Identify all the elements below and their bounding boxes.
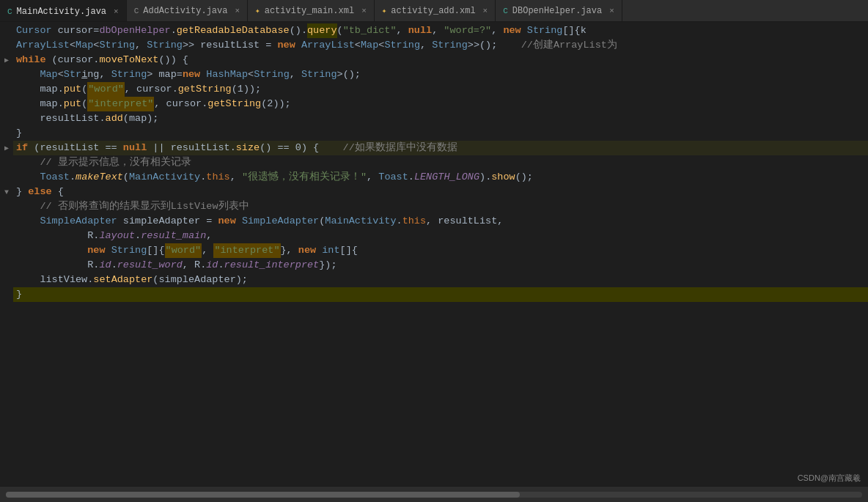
code-line-9: if (resultList == null || resultList.siz… bbox=[13, 141, 868, 155]
gutter-line-6 bbox=[0, 97, 13, 111]
code-content[interactable]: Cursor cursor=dbOpenHelper.getReadableDa… bbox=[13, 22, 868, 486]
gutter-line-13 bbox=[0, 199, 13, 214]
tab-close-activitymain[interactable]: × bbox=[361, 7, 367, 15]
code-line-19: } bbox=[13, 287, 868, 302]
code-line-2: ArrayList<Map<String, String>> resultLis… bbox=[13, 38, 868, 53]
code-line-12: } else { bbox=[13, 185, 868, 199]
tab-icon-activitymain: ✦ bbox=[255, 6, 260, 15]
gutter-line-24 bbox=[0, 361, 13, 375]
gutter-arrow-else[interactable]: ▼ bbox=[0, 185, 13, 199]
code-line-13: // 否则将查询的结果显示到ListView列表中 bbox=[13, 199, 868, 214]
gutter-line-7 bbox=[0, 111, 13, 126]
gutter-line-11 bbox=[0, 170, 13, 185]
gutter-arrow-if[interactable]: ▶ bbox=[0, 141, 13, 155]
scrollbar-thumb[interactable] bbox=[6, 492, 520, 498]
gutter-line-29 bbox=[0, 434, 13, 449]
code-line-11: Toast.makeText(MainActivity.this, "很遗憾，没… bbox=[13, 170, 868, 185]
code-line-10: // 显示提示信息，没有相关记录 bbox=[13, 155, 868, 170]
gutter-line-5 bbox=[0, 82, 13, 97]
gutter-line-30 bbox=[0, 449, 13, 463]
scrollbar-area bbox=[0, 486, 868, 502]
gutter-line-16 bbox=[0, 243, 13, 258]
code-gutter: ▶ ▶ ▼ bbox=[0, 22, 13, 486]
tab-close-mainactivity[interactable]: × bbox=[114, 7, 119, 16]
tab-activitymain[interactable]: ✦ activity_main.xml × bbox=[248, 0, 375, 21]
tab-close-dbopenhelper[interactable]: × bbox=[609, 7, 614, 15]
code-line-5: map.put("word", cursor.getString(1)); bbox=[13, 82, 868, 97]
gutter-line-21 bbox=[0, 317, 13, 331]
tab-close-activityadd[interactable]: × bbox=[483, 7, 488, 15]
code-line-7: resultList.add(map); bbox=[13, 111, 868, 126]
gutter-line-18 bbox=[0, 273, 13, 287]
gutter-line-20 bbox=[0, 302, 13, 317]
watermark: CSDN@南宫藏羲 bbox=[798, 473, 861, 484]
tab-dbopenhelper[interactable]: C DBOpenHelper.java × bbox=[496, 0, 622, 21]
tab-icon-dbopenhelper: C bbox=[503, 7, 508, 15]
code-line-14: SimpleAdapter simpleAdapter = new Simple… bbox=[13, 214, 868, 229]
tab-mainactivity[interactable]: C MainActivity.java × bbox=[0, 0, 127, 21]
code-line-16: new String[]{"word", "interpret"}, new i… bbox=[13, 243, 868, 258]
tab-bar: C MainActivity.java × C AddActivity.java… bbox=[0, 0, 868, 22]
tab-label-mainactivity: MainActivity.java bbox=[17, 7, 106, 17]
gutter-line-31 bbox=[0, 463, 13, 478]
tab-icon-mainactivity: C bbox=[7, 7, 12, 16]
gutter-line-14 bbox=[0, 214, 13, 229]
tab-icon-addactivity: C bbox=[134, 7, 139, 15]
tab-label-activitymain: activity_main.xml bbox=[265, 6, 354, 16]
code-line-8: } bbox=[13, 126, 868, 141]
gutter-line-4 bbox=[0, 67, 13, 82]
code-line-3: while (cursor.moveToNext()) { bbox=[13, 53, 868, 67]
gutter-line-23 bbox=[0, 346, 13, 361]
tab-icon-activityadd: ✦ bbox=[382, 6, 387, 15]
gutter-line-10 bbox=[0, 155, 13, 170]
gutter-line-17 bbox=[0, 258, 13, 273]
gutter-line-28 bbox=[0, 419, 13, 434]
code-line-17: R.id.result_word, R.id.result_interpret}… bbox=[13, 258, 868, 273]
code-line-6: map.put("interpret", cursor.getString(2)… bbox=[13, 97, 868, 111]
gutter-line-1 bbox=[0, 23, 13, 38]
code-line-18: listView.setAdapter(simpleAdapter); bbox=[13, 273, 868, 287]
gutter-line-19 bbox=[0, 287, 13, 302]
gutter-line-22 bbox=[0, 331, 13, 346]
scrollbar-track[interactable] bbox=[6, 492, 862, 498]
code-line-1: Cursor cursor=dbOpenHelper.getReadableDa… bbox=[13, 23, 868, 38]
tab-label-addactivity: AddActivity.java bbox=[143, 6, 227, 16]
gutter-line-26 bbox=[0, 390, 13, 405]
gutter-line-25 bbox=[0, 375, 13, 390]
code-area: ▶ ▶ ▼ Cursor cursor=dbOpenHelper.ge bbox=[0, 22, 868, 486]
code-line-4: Map<String, String> map=new HashMap<Stri… bbox=[13, 67, 868, 82]
tab-close-addactivity[interactable]: × bbox=[235, 7, 240, 15]
tab-addactivity[interactable]: C AddActivity.java × bbox=[127, 0, 248, 21]
gutter-line-8 bbox=[0, 126, 13, 141]
tab-label-activityadd: activity_add.xml bbox=[391, 6, 475, 16]
gutter-line-2 bbox=[0, 38, 13, 53]
code-line-15: R.layout.result_main, bbox=[13, 229, 868, 243]
gutter-arrow-while[interactable]: ▶ bbox=[0, 53, 13, 67]
tab-activityadd[interactable]: ✦ activity_add.xml × bbox=[375, 0, 496, 21]
gutter-line-15 bbox=[0, 229, 13, 243]
tab-label-dbopenhelper: DBOpenHelper.java bbox=[512, 6, 602, 16]
gutter-line-27 bbox=[0, 405, 13, 419]
